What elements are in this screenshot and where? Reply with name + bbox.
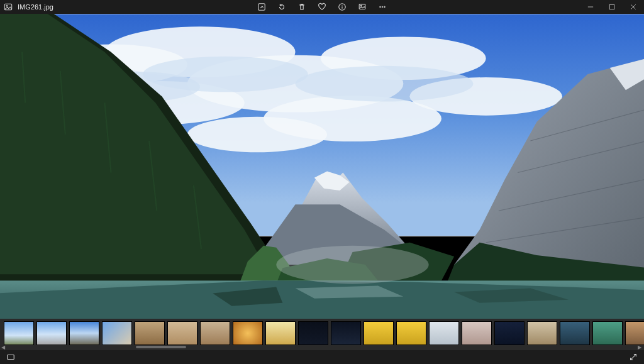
svg-point-52 [276,246,429,284]
top-toolbar [256,0,388,14]
thumbnail[interactable] [592,321,623,345]
svg-rect-12 [609,4,614,9]
window-controls [580,0,644,14]
svg-point-25 [296,66,474,102]
svg-point-7 [360,5,362,6]
favorite-icon[interactable] [316,1,328,13]
svg-point-1 [6,5,8,6]
bottombar [0,350,644,364]
scroll-right-icon[interactable]: ▶ [638,345,643,350]
svg-point-8 [380,6,381,8]
photos-window: IMG261.jpg [0,0,644,364]
close-button[interactable] [623,0,644,14]
scroll-left-icon[interactable]: ◀ [1,345,6,350]
svg-point-5 [341,5,342,6]
thumbnail[interactable] [36,321,67,345]
info-icon[interactable] [336,1,348,13]
edit-icon[interactable] [256,1,267,13]
thumbnail[interactable] [102,321,132,345]
svg-point-10 [384,6,386,8]
app-icon [4,3,13,11]
thumbnail[interactable] [265,321,296,345]
file-name: IMG261.jpg [18,3,53,11]
minimize-button[interactable] [580,0,601,14]
filmstrip-container: ◀ ▶ [0,319,644,350]
thumbnail[interactable] [298,321,328,345]
thumbnail[interactable] [200,321,230,345]
scrollbar-thumb[interactable] [136,346,186,348]
print-icon[interactable] [357,1,368,13]
svg-point-23 [187,117,327,153]
thumbnail[interactable] [135,321,165,345]
filmstrip[interactable] [0,321,644,346]
thumbnail[interactable] [4,321,34,345]
thumbnail[interactable] [69,321,99,345]
gallery-button[interactable] [5,351,16,363]
svg-point-9 [382,6,383,8]
filmstrip-scrollbar[interactable]: ◀ ▶ [4,345,640,349]
thumbnail[interactable] [625,321,644,345]
more-icon[interactable] [377,1,388,13]
rotate-icon[interactable] [276,1,287,13]
svg-rect-53 [8,355,14,360]
thumbnail[interactable] [462,321,492,345]
thumbnail[interactable] [331,321,361,345]
image-viewport[interactable] [0,14,644,319]
fullscreen-button[interactable] [628,351,639,363]
thumbnail[interactable] [167,321,197,345]
thumbnail[interactable] [494,321,525,345]
thumbnail[interactable] [560,321,590,345]
thumbnail[interactable] [233,321,263,345]
thumbnail[interactable] [364,321,394,345]
thumbnail[interactable] [527,321,557,345]
maximize-button[interactable] [601,0,623,14]
delete-icon[interactable] [296,1,308,13]
thumbnail[interactable] [429,321,459,345]
thumbnail[interactable] [396,321,426,345]
